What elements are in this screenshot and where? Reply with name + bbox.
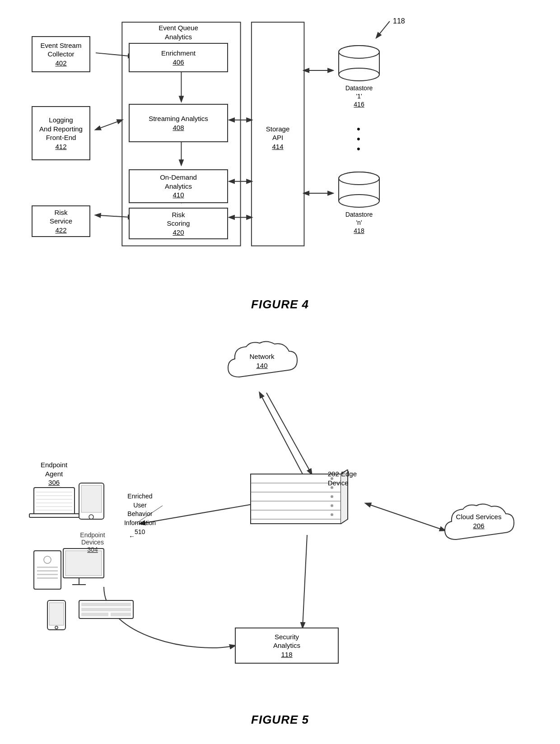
svg-text:Endpoint: Endpoint (80, 531, 105, 539)
svg-rect-68 (81, 603, 131, 606)
cloud-services-label: Cloud Services (456, 513, 502, 521)
svg-point-42 (331, 513, 333, 516)
storage-api-text: StorageAPI (266, 125, 290, 142)
risk-scoring-ref: 420 (173, 228, 184, 237)
enriched-text: EnrichedUserBehaviorInformation (124, 493, 156, 526)
svg-rect-56 (37, 567, 58, 568)
box-risk-service: RiskService 422 (32, 205, 90, 237)
risk-scoring-label: RiskScoring (167, 210, 190, 228)
svg-rect-44 (29, 514, 79, 517)
enrichment-label: Enrichment (161, 49, 196, 58)
datastore-n-label: Datastore'n' (345, 211, 373, 226)
figure4-area: 118 Event StreamCollector 402 LoggingAnd… (14, 9, 546, 316)
svg-rect-58 (37, 574, 58, 575)
event-queue-text: Event QueueAnalytics (159, 24, 198, 41)
box-event-stream-collector: Event StreamCollector 402 (32, 36, 90, 72)
ref-118-label: 118 (393, 17, 405, 25)
svg-text:Devices: Devices (81, 539, 104, 546)
svg-line-2 (96, 53, 133, 56)
svg-point-40 (331, 495, 333, 498)
svg-rect-69 (81, 608, 131, 611)
arrow-510-label: 510 (135, 528, 145, 535)
event-stream-collector-label: Event StreamCollector (41, 41, 82, 59)
network-ref: 140 (256, 362, 267, 369)
network-cloud: Network 140 (221, 339, 303, 390)
storage-api-label: StorageAPI 414 (251, 23, 305, 253)
svg-line-4 (96, 215, 133, 218)
edge-device-ref-num: 202 (328, 470, 339, 478)
network-label: Network (249, 353, 274, 360)
streaming-analytics-label: Streaming Analytics (149, 114, 208, 123)
enriched-info-label: EnrichedUserBehaviorInformation (111, 492, 169, 527)
storage-api-ref: 414 (272, 143, 283, 150)
on-demand-ref: 410 (173, 191, 184, 200)
arrow-510-indicator: ← (129, 533, 135, 540)
svg-text:304: 304 (87, 546, 98, 553)
svg-point-25 (339, 172, 379, 185)
cloud-services-ref: 206 (473, 522, 484, 530)
figure5-area: Network 140 (14, 330, 546, 731)
page-container: 118 Event StreamCollector 402 LoggingAnd… (0, 0, 560, 744)
svg-rect-57 (37, 570, 58, 572)
svg-line-28 (366, 503, 445, 530)
svg-rect-70 (81, 613, 108, 616)
cloud-services: Cloud Services 206 (438, 501, 519, 553)
svg-point-24 (339, 195, 379, 207)
box-enrichment: Enrichment 406 (129, 43, 228, 72)
box-security-analytics: SecurityAnalytics 118 (235, 628, 339, 664)
arrow-510-text: 510 (135, 528, 145, 535)
svg-rect-53 (81, 485, 102, 512)
event-stream-collector-ref: 402 (55, 59, 66, 68)
svg-point-18 (339, 68, 379, 81)
datastore-n: Datastore'n' 418 (334, 172, 384, 235)
svg-line-3 (96, 120, 122, 130)
enrichment-ref: 406 (173, 58, 184, 67)
security-analytics-ref: 118 (281, 650, 292, 659)
svg-rect-71 (111, 613, 131, 616)
edge-device: 202 EdgeDevice (248, 470, 357, 530)
datastore1-label: Datastore'1' (345, 84, 373, 100)
logging-reporting-ref: 412 (55, 142, 66, 151)
svg-rect-61 (65, 551, 102, 576)
datastore-1: Datastore'1' 416 (334, 45, 384, 109)
logging-reporting-label: LoggingAnd ReportingFront-End (39, 116, 83, 142)
box-on-demand-analytics: On-DemandAnalytics 410 (129, 169, 228, 203)
on-demand-label: On-DemandAnalytics (160, 173, 197, 191)
svg-point-41 (331, 504, 333, 507)
svg-line-26 (266, 393, 312, 474)
box-logging-reporting: LoggingAnd ReportingFront-End 412 (32, 106, 90, 160)
risk-service-label: RiskService (50, 208, 72, 226)
datastore1-ref: 416 (354, 101, 364, 108)
security-analytics-label: SecurityAnalytics (273, 632, 300, 650)
svg-line-11 (377, 21, 390, 37)
svg-line-30 (303, 535, 307, 628)
svg-rect-65 (49, 603, 64, 625)
svg-rect-59 (37, 577, 58, 579)
svg-rect-43 (34, 488, 75, 515)
streaming-analytics-ref: 408 (173, 123, 184, 132)
svg-point-19 (339, 46, 379, 58)
figure5-title: FIGURE 5 (251, 713, 309, 727)
datastore-dots: ••• (357, 124, 360, 154)
endpoint-devices-group: EndpointAgent 306 (27, 460, 158, 632)
svg-line-27 (260, 393, 303, 474)
box-risk-scoring: RiskScoring 420 (129, 208, 228, 239)
box-streaming-analytics: Streaming Analytics 408 (129, 104, 228, 142)
datastore-n-ref: 418 (354, 227, 364, 234)
risk-service-ref: 422 (55, 226, 66, 235)
figure4-title: FIGURE 4 (251, 298, 309, 312)
